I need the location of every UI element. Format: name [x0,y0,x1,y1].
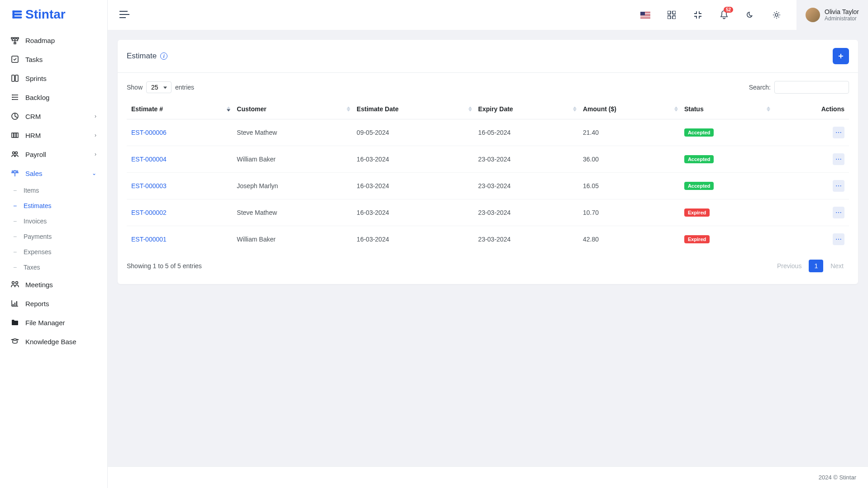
brand-icon [11,7,24,22]
sidebar-item-file-manager[interactable]: File Manager [0,313,107,332]
col-amount[interactable]: Amount ($) [578,99,680,119]
sort-icon [573,107,577,112]
col-status[interactable]: Status [680,99,772,119]
estimate-link[interactable]: EST-000003 [131,182,167,190]
sidebar-item-knowledge-base[interactable]: Knowledge Base [0,332,107,351]
flag-us-icon [640,12,650,19]
hamburger-icon [119,10,129,19]
subnav-item-invoices[interactable]: −Invoices [0,213,107,229]
status-badge: Expired [684,235,710,243]
hrm-icon [11,131,19,139]
sort-icon [227,107,230,112]
sidebar-item-label: Tasks [25,56,96,63]
estimate-card: Estimate i Show [118,40,858,284]
knowledge-base-icon [11,337,19,346]
sidebar-item-tasks[interactable]: Tasks [0,50,107,69]
subnav-item-items[interactable]: −Items [0,183,107,198]
cell-customer: Steve Mathew [232,119,352,146]
moon-icon [746,11,754,19]
info-icon[interactable]: i [160,52,167,60]
cell-expiry: 23-03-2024 [474,199,578,226]
brand-logo[interactable]: Stintar [0,0,107,31]
svg-rect-3 [13,10,14,19]
svg-rect-11 [15,75,18,81]
chevron-down-icon: ⌄ [92,170,96,176]
estimate-link[interactable]: EST-000002 [131,209,167,216]
svg-rect-28 [16,301,17,306]
show-label-pre: Show [127,84,143,91]
svg-rect-10 [12,75,14,81]
page-prev[interactable]: Previous [772,260,807,272]
row-actions-button[interactable]: ⋯ [833,127,844,138]
col-estimate-date[interactable]: Estimate Date [352,99,473,119]
sidebar-item-label: Knowledge Base [25,338,96,346]
fullscreen-button[interactable] [689,6,707,24]
cell-amount: 10.70 [578,199,680,226]
svg-point-36 [775,14,778,16]
sprints-icon [11,74,19,82]
page-current[interactable]: 1 [809,260,823,272]
sidebar-item-label: Sales [25,170,86,177]
sidebar-item-crm[interactable]: CRM› [0,107,107,126]
plus-icon [838,53,844,59]
col-customer[interactable]: Customer [232,99,352,119]
sidebar-item-label: File Manager [25,319,96,327]
search-input[interactable] [774,81,849,94]
subnav-item-taxes[interactable]: −Taxes [0,260,107,275]
cell-amount: 21.40 [578,119,680,146]
show-label-post: entries [175,84,194,91]
settings-button[interactable] [768,6,786,24]
row-actions-button[interactable]: ⋯ [833,233,844,245]
row-actions-button[interactable]: ⋯ [833,153,844,165]
add-estimate-button[interactable] [833,48,849,64]
subnav-item-estimates[interactable]: −Estimates [0,198,107,213]
menu-toggle[interactable] [119,10,129,20]
sidebar-item-payroll[interactable]: Payroll› [0,145,107,164]
row-actions-button[interactable]: ⋯ [833,180,844,192]
chevron-right-icon: › [95,113,96,119]
dash-icon: − [13,218,17,225]
subnav-label: Estimates [24,202,51,209]
sidebar-item-reports[interactable]: Reports [0,294,107,313]
user-menu[interactable]: Olivia Taylor Administrator [796,0,868,30]
language-selector[interactable] [636,6,654,24]
subnav-label: Invoices [24,218,47,225]
backlog-icon [11,93,19,101]
footer: 2024 © Stintar [108,466,868,488]
svg-rect-20 [14,133,16,137]
sidebar-item-sales[interactable]: Sales⌄ [0,164,107,183]
svg-rect-26 [13,304,14,306]
sidebar-item-meetings[interactable]: Meetings [0,275,107,294]
estimate-link[interactable]: EST-000006 [131,129,167,136]
subnav-label: Expenses [24,248,51,256]
apps-grid-button[interactable] [663,6,681,24]
subnav-item-payments[interactable]: −Payments [0,229,107,244]
sidebar-item-hrm[interactable]: HRM› [0,126,107,145]
row-actions-button[interactable]: ⋯ [833,207,844,218]
theme-toggle[interactable] [741,6,759,24]
page-next[interactable]: Next [825,260,849,272]
entries-select[interactable]: 25 [146,81,172,93]
gear-icon [772,10,781,19]
col-expiry-date[interactable]: Expiry Date [474,99,578,119]
sidebar-item-roadmap[interactable]: Roadmap [0,31,107,50]
sidebar-item-sprints[interactable]: Sprints [0,69,107,88]
col-estimate-no[interactable]: Estimate # [127,99,232,119]
cell-date: 16-03-2024 [352,146,473,173]
sidebar-item-label: Sprints [25,75,96,82]
pagination: Previous 1 Next [772,260,849,272]
cell-expiry: 16-05-2024 [474,119,578,146]
subnav-item-expenses[interactable]: −Expenses [0,244,107,260]
estimate-link[interactable]: EST-000001 [131,236,167,243]
cell-date: 09-05-2024 [352,119,473,146]
cell-customer: Joseph Marlyn [232,173,352,199]
cell-customer: William Baker [232,146,352,173]
notifications-button[interactable]: 52 [715,6,733,24]
dash-icon: − [13,187,17,194]
estimate-link[interactable]: EST-000004 [131,156,167,163]
sidebar-item-backlog[interactable]: Backlog [0,88,107,107]
svg-rect-27 [14,303,15,306]
dash-icon: − [13,248,17,256]
sort-icon [347,107,350,112]
cell-customer: Steve Mathew [232,199,352,226]
